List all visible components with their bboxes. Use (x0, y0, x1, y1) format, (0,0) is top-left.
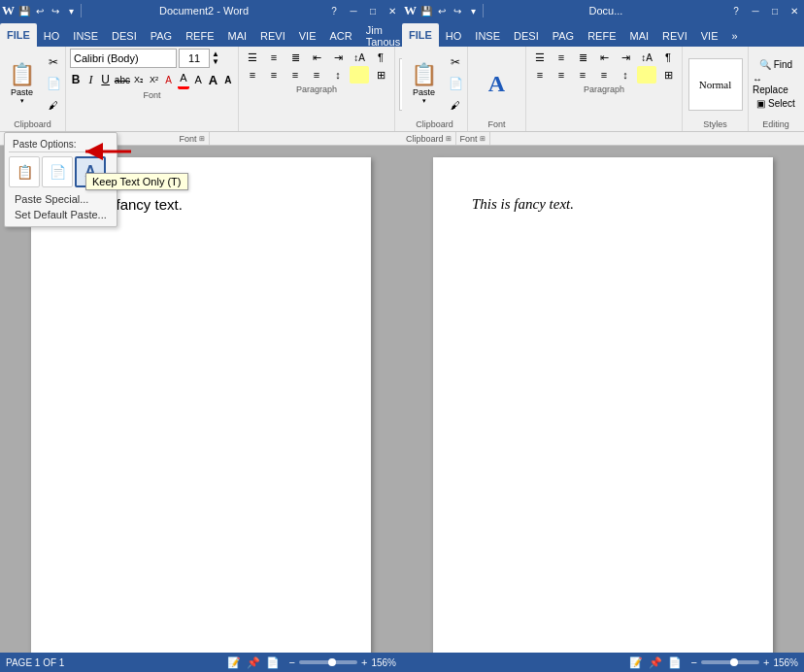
help-button-right[interactable]: ? (726, 0, 746, 21)
tab-more-right[interactable]: » (724, 25, 744, 47)
align-right-button[interactable]: ≡ (285, 66, 305, 84)
font-expand-icon-right[interactable]: ⊞ (480, 135, 486, 143)
styles-preview-right[interactable]: Normal (687, 49, 744, 119)
borders-button[interactable]: ⊞ (371, 66, 390, 84)
align-left-button[interactable]: ≡ (243, 66, 262, 84)
styles-box-right[interactable]: Normal (688, 58, 743, 111)
format-painter-button-right[interactable]: 🖌 (446, 95, 465, 115)
find-button-right[interactable]: 🔍 Find (753, 56, 799, 74)
multilevel-button-right[interactable]: ≣ (573, 49, 592, 66)
set-default-paste-menu-item[interactable]: Set Default Paste... (9, 207, 113, 222)
format-painter-button[interactable]: 🖌 (44, 95, 63, 115)
text-color-button[interactable]: A (178, 70, 189, 89)
document-pane-right[interactable]: This is fancy text. (402, 146, 804, 653)
tab-mail-left[interactable]: MAI (220, 25, 253, 47)
font-expand-icon[interactable]: ⊞ (199, 135, 205, 143)
show-marks-button-right[interactable]: ¶ (658, 49, 678, 66)
tab-user-left[interactable]: Jim Tanous (359, 25, 407, 47)
paste-button[interactable]: 📋 Paste ▾ (2, 49, 42, 118)
bullets-button-right[interactable]: ☰ (530, 49, 550, 66)
increase-indent-button-right[interactable]: ⇥ (616, 49, 635, 66)
maximize-button-right[interactable]: □ (765, 0, 785, 21)
tab-design-left[interactable]: DESI (105, 25, 144, 47)
line-spacing-button-right[interactable]: ↕ (616, 66, 635, 84)
tab-insert-left[interactable]: INSE (66, 25, 105, 47)
shading-button[interactable] (350, 66, 369, 84)
undo-icon[interactable]: ↩ (32, 3, 48, 18)
help-button-left[interactable]: ? (324, 0, 344, 21)
undo-icon-right[interactable]: ↩ (434, 3, 450, 18)
font-size-grow[interactable]: A (207, 70, 218, 89)
numbering-button-right[interactable]: ≡ (552, 49, 571, 66)
replace-button-right[interactable]: ↔ Replace (753, 76, 799, 93)
zoom-out-icon[interactable]: − (289, 656, 295, 668)
font-size-shrink[interactable]: A (222, 70, 234, 89)
zoom-in-icon[interactable]: + (361, 656, 367, 668)
redo-icon[interactable]: ↪ (48, 3, 63, 18)
maximize-button-left[interactable]: □ (363, 0, 383, 21)
tab-view-left[interactable]: VIE (292, 25, 323, 47)
subscript-button[interactable]: X₂ (133, 70, 145, 89)
tab-page-right[interactable]: PAG (546, 25, 581, 47)
borders-button-right[interactable]: ⊞ (658, 66, 678, 84)
select-button-right[interactable]: ▣ Select (753, 95, 799, 113)
tab-design-right[interactable]: DESI (507, 25, 546, 47)
tab-acrobat-left[interactable]: ACR (322, 25, 358, 47)
track-changes-icon-right[interactable]: 📌 (649, 656, 662, 669)
zoom-out-icon-right[interactable]: − (691, 656, 697, 668)
minimize-button-left[interactable]: ─ (344, 0, 363, 21)
sort-button[interactable]: ↕A (350, 49, 369, 66)
shading-button-right[interactable] (637, 66, 656, 84)
bullets-button[interactable]: ☰ (243, 49, 262, 66)
tab-home-right[interactable]: HO (439, 25, 469, 47)
minimize-button-right[interactable]: ─ (746, 0, 765, 21)
justify-button[interactable]: ≡ (307, 66, 326, 84)
save-icon[interactable]: 💾 (17, 3, 32, 18)
tab-insert-right[interactable]: INSE (468, 25, 507, 47)
paste-special-menu-item[interactable]: Paste Special... (9, 191, 113, 207)
copy-button[interactable]: 📄 (44, 74, 63, 93)
clipboard-expand-icon-right[interactable]: ⊞ (446, 135, 452, 143)
cut-button-right[interactable]: ✂ (446, 52, 465, 72)
numbering-button[interactable]: ≡ (264, 49, 284, 66)
layout-icon[interactable]: 📄 (266, 656, 280, 669)
layout-icon-right[interactable]: 📄 (668, 656, 682, 669)
strikethrough-button[interactable]: abc (115, 70, 130, 89)
justify-button-right[interactable]: ≡ (594, 66, 614, 84)
close-button-left[interactable]: ✕ (383, 0, 402, 21)
decrease-indent-button-right[interactable]: ⇤ (594, 49, 614, 66)
paste-keep-source-button[interactable]: 📋 (9, 156, 40, 187)
paste-button-right[interactable]: 📋 Paste ▾ (404, 49, 444, 118)
close-button-right[interactable]: ✕ (785, 0, 804, 21)
tab-view-right[interactable]: VIE (694, 25, 725, 47)
decrease-indent-button[interactable]: ⇤ (307, 49, 326, 66)
tab-file-left[interactable]: FILE (0, 23, 37, 47)
zoom-slider-left[interactable] (299, 660, 357, 664)
tab-references-left[interactable]: REFE (179, 25, 220, 47)
bold-button[interactable]: B (70, 70, 82, 89)
font-size-decrease[interactable]: ▼ (212, 58, 219, 66)
superscript-button[interactable]: X² (148, 70, 159, 89)
tab-references-right[interactable]: REFE (581, 25, 622, 47)
line-spacing-button[interactable]: ↕ (328, 66, 348, 84)
font-size-input[interactable]: 11 (179, 49, 210, 68)
redo-icon-right[interactable]: ↪ (450, 3, 465, 18)
word-count-icon[interactable]: 📝 (227, 656, 241, 669)
tab-mail-right[interactable]: MAI (622, 25, 655, 47)
align-right-button-right[interactable]: ≡ (573, 66, 592, 84)
zoom-slider-right[interactable] (701, 660, 759, 664)
tab-file-right[interactable]: FILE (402, 23, 439, 47)
font-name-input[interactable]: Calibri (Body) (70, 49, 177, 68)
customize-icon-right[interactable]: ▾ (465, 3, 481, 18)
align-center-button-right[interactable]: ≡ (552, 66, 571, 84)
cut-button[interactable]: ✂ (44, 52, 63, 72)
italic-button[interactable]: I (84, 70, 96, 89)
clear-format-button[interactable]: A (163, 70, 175, 89)
customize-icon[interactable]: ▾ (63, 3, 79, 18)
tab-home-left[interactable]: HO (37, 25, 67, 47)
text-highlight-button[interactable]: A (192, 70, 204, 89)
increase-indent-button[interactable]: ⇥ (328, 49, 348, 66)
align-left-button-right[interactable]: ≡ (530, 66, 550, 84)
zoom-in-icon-right[interactable]: + (763, 656, 769, 668)
tab-review-left[interactable]: REVI (253, 25, 292, 47)
